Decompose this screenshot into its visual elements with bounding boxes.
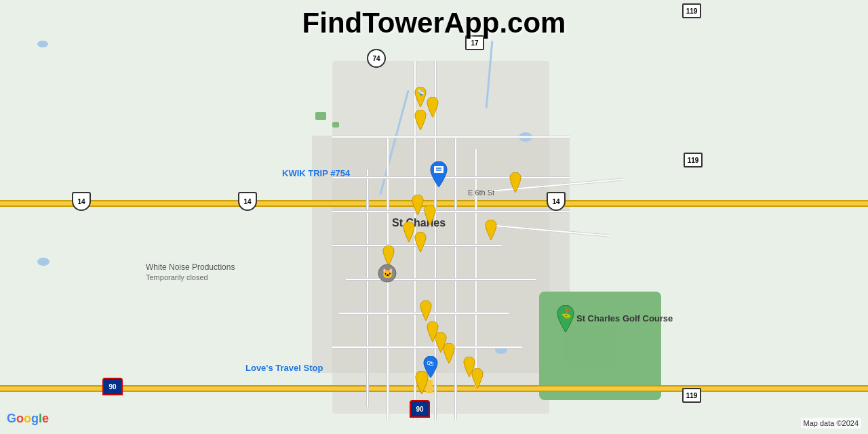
- shield-hwy74-icon: 74: [367, 49, 386, 68]
- white-noise-pin[interactable]: 🐱: [377, 263, 397, 286]
- green-patch-2: [332, 122, 339, 127]
- road-h4: [346, 278, 536, 281]
- road-h2: [332, 210, 570, 213]
- map-container: 14 14 14 74 17 119 119 119 90 90 📡: [0, 0, 868, 434]
- svg-text:📡: 📡: [417, 89, 425, 97]
- tower-marker-4[interactable]: [507, 172, 524, 193]
- tower-marker-8[interactable]: [412, 232, 429, 252]
- pond-2: [37, 41, 48, 47]
- tower-marker-6[interactable]: [422, 205, 438, 225]
- shield-hwy119-top: 119: [682, 3, 701, 18]
- shield-hwy119-top-icon: 119: [682, 3, 701, 18]
- svg-rect-1: [434, 166, 443, 173]
- road-v6: [366, 170, 369, 407]
- tower-marker-3[interactable]: [412, 110, 429, 130]
- tower-marker-11[interactable]: [418, 300, 434, 321]
- shield-i90-left-icon: 90: [102, 378, 123, 395]
- svg-text:⛳: ⛳: [560, 308, 572, 319]
- page-title: FindTowerApp.com: [302, 7, 566, 39]
- street-label-e6th: E 6th St: [468, 189, 494, 197]
- road-v4: [475, 149, 477, 387]
- golf-course-pin[interactable]: ⛳: [555, 305, 576, 335]
- shield-i90-left: 90: [102, 378, 123, 395]
- tower-marker-17[interactable]: [469, 368, 486, 389]
- pond-3: [37, 258, 50, 266]
- road-h1: [332, 176, 570, 179]
- svg-text:🛍: 🛍: [427, 359, 434, 367]
- road-h6: [332, 346, 522, 349]
- road-h7: [332, 136, 570, 138]
- kwik-trip-pin[interactable]: [429, 161, 449, 190]
- shield-us14-right: 14: [547, 192, 566, 211]
- shield-us14-left: 14: [72, 192, 91, 211]
- shield-hwy74: 74: [367, 49, 386, 68]
- shield-i90-center: 90: [410, 400, 430, 418]
- shield-hwy119-bot: 119: [682, 388, 701, 403]
- tower-marker-14[interactable]: [441, 343, 457, 363]
- kwik-trip-label: KWIK TRIP #754: [282, 168, 350, 178]
- shield-hwy119-mid-icon: 119: [684, 153, 703, 167]
- shield-us14-right-icon: 14: [547, 192, 566, 211]
- green-patch-1: [315, 112, 326, 120]
- svg-text:🐱: 🐱: [382, 268, 394, 279]
- white-noise-label: White Noise Productions: [146, 262, 235, 272]
- shield-hwy119-mid: 119: [684, 153, 703, 167]
- shield-us14-left2: 14: [238, 192, 257, 211]
- loves-pin[interactable]: 🛍: [422, 356, 439, 380]
- google-logo: Google: [7, 412, 49, 426]
- map-data-credit: Map data ©2024: [801, 418, 862, 429]
- tower-marker-9[interactable]: [483, 220, 499, 240]
- shield-us14-left-icon: 14: [72, 192, 91, 211]
- golf-course-label: St Charles Golf Course: [576, 313, 673, 323]
- shield-i90-center-icon: 90: [410, 400, 430, 418]
- shield-us14-left2-icon: 14: [238, 192, 257, 211]
- loves-label: Love's Travel Stop: [245, 363, 323, 373]
- white-noise-sublabel: Temporarily closed: [146, 273, 208, 281]
- shield-hwy119-bot-icon: 119: [682, 388, 701, 403]
